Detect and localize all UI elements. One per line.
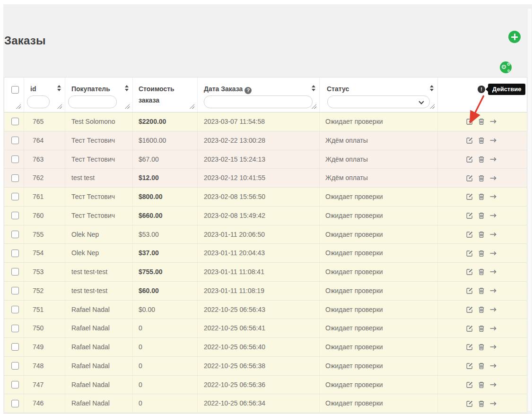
sort-icon[interactable] bbox=[429, 85, 434, 91]
row-checkbox[interactable] bbox=[11, 193, 19, 200]
row-checkbox[interactable] bbox=[11, 137, 19, 144]
delete-order-button[interactable] bbox=[478, 212, 485, 219]
open-order-button[interactable] bbox=[489, 118, 497, 125]
add-order-button[interactable] bbox=[508, 31, 521, 43]
delete-order-button[interactable] bbox=[478, 343, 485, 351]
id-header-cell: id bbox=[24, 78, 65, 112]
table-settings-button[interactable]: ⚙⚙⚙ bbox=[500, 61, 512, 73]
open-order-button[interactable] bbox=[489, 250, 497, 257]
resize-grip[interactable] bbox=[190, 104, 194, 109]
edit-order-button[interactable] bbox=[466, 306, 473, 313]
edit-order-button[interactable] bbox=[466, 381, 473, 388]
row-checkbox[interactable] bbox=[11, 155, 19, 163]
edit-order-button[interactable] bbox=[466, 343, 473, 351]
resize-grip[interactable] bbox=[430, 104, 435, 109]
edit-order-button[interactable] bbox=[466, 250, 473, 257]
order-id-cell: 751 bbox=[24, 301, 65, 319]
buyer-filter-input[interactable] bbox=[68, 95, 117, 108]
row-checkbox[interactable] bbox=[11, 362, 19, 370]
date-cell: 2022-10-25 06:56:34 bbox=[198, 394, 320, 413]
delete-order-button[interactable] bbox=[478, 325, 485, 332]
delete-order-button[interactable] bbox=[478, 400, 485, 407]
row-checkbox[interactable] bbox=[11, 325, 19, 332]
delete-order-button[interactable] bbox=[478, 362, 485, 370]
open-order-button[interactable] bbox=[489, 381, 497, 388]
row-checkbox[interactable] bbox=[11, 306, 19, 313]
edit-order-button[interactable] bbox=[466, 268, 473, 276]
resize-grip[interactable] bbox=[125, 104, 130, 109]
delete-order-button[interactable] bbox=[478, 306, 485, 313]
open-order-button[interactable] bbox=[489, 155, 497, 163]
edit-order-button[interactable] bbox=[466, 400, 473, 407]
edit-order-button[interactable] bbox=[466, 118, 473, 125]
open-order-button[interactable] bbox=[489, 212, 497, 219]
delete-order-button[interactable] bbox=[478, 287, 485, 294]
status-cell: Ожидает проверки bbox=[320, 319, 438, 337]
open-order-button[interactable] bbox=[489, 268, 497, 276]
open-order-button[interactable] bbox=[489, 400, 497, 407]
row-checkbox[interactable] bbox=[11, 381, 19, 388]
edit-order-button[interactable] bbox=[466, 212, 473, 219]
edit-order-button[interactable] bbox=[466, 231, 473, 238]
status-cell: Ожидает проверки bbox=[320, 357, 438, 375]
delete-order-button[interactable] bbox=[478, 174, 485, 182]
resize-grip[interactable] bbox=[312, 104, 316, 109]
open-order-button[interactable] bbox=[489, 174, 497, 182]
date-column-label: Дата Заказа? bbox=[204, 83, 252, 95]
open-order-button[interactable] bbox=[489, 137, 497, 144]
open-order-button[interactable] bbox=[489, 306, 497, 313]
resize-grip[interactable] bbox=[57, 104, 62, 109]
delete-order-button[interactable] bbox=[478, 381, 485, 388]
row-checkbox[interactable] bbox=[11, 118, 19, 125]
edit-order-button[interactable] bbox=[466, 193, 473, 200]
row-checkbox[interactable] bbox=[11, 343, 19, 351]
open-order-button[interactable] bbox=[489, 231, 497, 238]
delete-order-button[interactable] bbox=[478, 155, 485, 163]
table-row: 750 Rafael Nadal 0 2022-10-25 06:56:41 О… bbox=[4, 319, 527, 338]
row-checkbox[interactable] bbox=[11, 212, 19, 219]
info-icon[interactable]: ! bbox=[478, 86, 485, 93]
delete-order-button[interactable] bbox=[478, 118, 485, 125]
edit-order-button[interactable] bbox=[466, 362, 473, 370]
delete-order-button[interactable] bbox=[478, 250, 485, 257]
open-order-button[interactable] bbox=[489, 343, 497, 351]
delete-order-button[interactable] bbox=[478, 231, 485, 238]
date-cell: 2023-03-07 11:54:58 bbox=[198, 112, 320, 131]
order-id-cell: 754 bbox=[24, 244, 65, 262]
delete-order-button[interactable] bbox=[478, 268, 485, 276]
row-checkbox[interactable] bbox=[11, 287, 19, 294]
row-checkbox[interactable] bbox=[11, 231, 19, 238]
edit-order-button[interactable] bbox=[466, 325, 473, 332]
row-checkbox[interactable] bbox=[11, 268, 19, 276]
delete-order-button[interactable] bbox=[478, 137, 485, 144]
buyer-cell: Olek Nep bbox=[65, 244, 133, 262]
table-row: 753 test test-test $755.00 2023-01-11 11… bbox=[4, 263, 527, 282]
delete-order-button[interactable] bbox=[478, 193, 485, 200]
open-order-button[interactable] bbox=[489, 193, 497, 200]
table-row: 765 Test Solomono $2200.00 2023-03-07 11… bbox=[4, 112, 527, 131]
scrollbar[interactable] bbox=[528, 9, 532, 411]
date-cell: 2023-02-08 15:56:50 bbox=[198, 188, 320, 206]
cost-cell: $0.00 bbox=[133, 301, 198, 319]
open-order-button[interactable] bbox=[489, 362, 497, 370]
edit-order-button[interactable] bbox=[466, 137, 473, 144]
select-all-checkbox[interactable] bbox=[11, 86, 19, 94]
edit-order-button[interactable] bbox=[466, 287, 473, 294]
id-filter-input[interactable] bbox=[27, 95, 50, 108]
sort-icon[interactable] bbox=[57, 85, 61, 91]
help-icon[interactable]: ? bbox=[244, 87, 252, 94]
date-filter-input[interactable] bbox=[204, 95, 313, 108]
sort-icon[interactable] bbox=[311, 85, 316, 91]
status-header-cell: Статус bbox=[320, 78, 438, 112]
resize-grip[interactable] bbox=[16, 104, 21, 109]
row-checkbox[interactable] bbox=[11, 400, 19, 407]
edit-order-button[interactable] bbox=[466, 174, 473, 182]
edit-order-button[interactable] bbox=[466, 155, 473, 163]
open-order-button[interactable] bbox=[489, 287, 497, 294]
sort-icon[interactable] bbox=[124, 85, 129, 91]
row-checkbox[interactable] bbox=[11, 250, 19, 257]
row-checkbox[interactable] bbox=[11, 174, 19, 182]
open-order-button[interactable] bbox=[489, 325, 497, 332]
status-filter-select[interactable] bbox=[327, 95, 430, 108]
buyer-cell: Test Solomono bbox=[65, 112, 133, 131]
